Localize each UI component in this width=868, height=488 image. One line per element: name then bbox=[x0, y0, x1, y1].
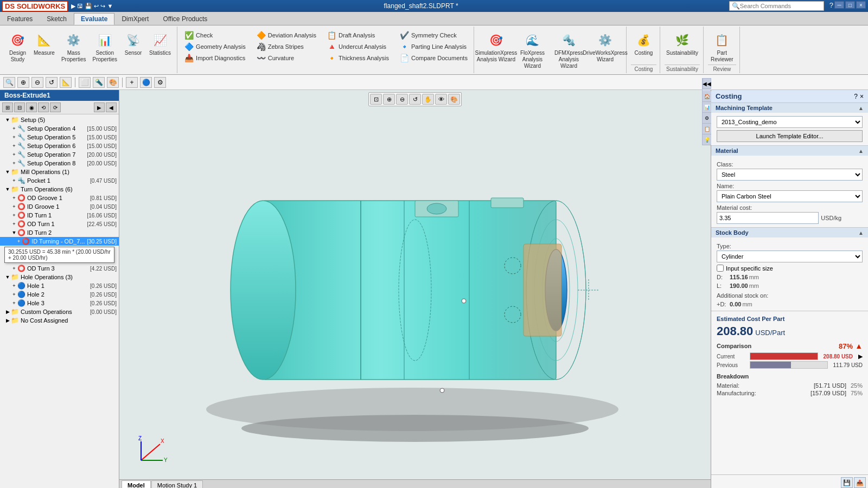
panel-icon-3[interactable]: ⚙ bbox=[711, 113, 711, 124]
parting-line-button[interactable]: 🔹 Parting Line Analysis bbox=[397, 41, 470, 52]
undercut-analysis-button[interactable]: 🔺 Undercut Analysis bbox=[324, 41, 392, 52]
cmd-btn-6[interactable]: ⬜ bbox=[79, 77, 91, 88]
tree-hole-3[interactable]: + 🔵 Hole 3 [0.26 USD] bbox=[0, 299, 119, 307]
tree-od-groove-1[interactable]: + ⭕ OD Groove 1 [0.81 USD] bbox=[0, 194, 119, 202]
cmd-btn-9[interactable]: + bbox=[126, 77, 138, 88]
left-toolbar-btn-1[interactable]: ⊞ bbox=[2, 102, 13, 112]
help-button[interactable]: ? bbox=[829, 1, 833, 11]
tree-setup-op-4[interactable]: + 🔧 Setup Operation 4 [15.00 USD] bbox=[0, 124, 119, 133]
tree-hole-2[interactable]: + 🔵 Hole 2 [0.26 USD] bbox=[0, 290, 119, 299]
cmd-btn-3[interactable]: ⊖ bbox=[31, 77, 43, 88]
tree-od-turn-3[interactable]: + ⭕ OD Turn 3 [4.22 USD] bbox=[0, 264, 119, 273]
cmd-btn-11[interactable]: ⚙ bbox=[154, 77, 166, 88]
cmd-btn-4[interactable]: ↺ bbox=[46, 77, 58, 88]
left-toolbar-expand[interactable]: ▶ bbox=[94, 102, 105, 112]
left-toolbar-collapse[interactable]: ◀ bbox=[106, 102, 117, 112]
template-select[interactable]: 2013_Costing_demo bbox=[717, 116, 863, 128]
close-panel-icon[interactable]: × bbox=[860, 93, 864, 100]
stock-body-collapse[interactable]: ▲ bbox=[858, 230, 864, 236]
mill-expander[interactable]: ▼ bbox=[4, 169, 11, 175]
type-select[interactable]: Cylinder bbox=[717, 251, 863, 262]
tree-setup-op-5[interactable]: + 🔧 Setup Operation 5 [15.00 USD] bbox=[0, 133, 119, 142]
tree-hole-group[interactable]: ▼ 📁 Hole Operations (3) bbox=[0, 273, 119, 281]
tree-setup-op-6[interactable]: + 🔧 Setup Operation 6 [15.00 USD] bbox=[0, 142, 119, 150]
save-report-button[interactable]: 💾 bbox=[841, 477, 853, 488]
tree-id-turning-selected[interactable]: + ⭕ ID Turning - OD_7... [30.25 USD] bbox=[0, 237, 119, 246]
import-diagnostics-button[interactable]: 📥 Import Diagnostics bbox=[182, 53, 248, 63]
curvature-button[interactable]: 〰️ Curvature bbox=[254, 53, 319, 63]
tree-setup-group[interactable]: ▼ 📁 Setup (5) bbox=[0, 115, 119, 124]
panel-icon-1[interactable]: 🏠 bbox=[711, 91, 711, 102]
simulationxpress-button[interactable]: 🎯 SimulationXpressAnalysis Wizard bbox=[478, 30, 514, 65]
material-header[interactable]: Material ▲ bbox=[711, 146, 868, 156]
tab-office-products[interactable]: Office Products bbox=[156, 13, 214, 25]
handle-1[interactable] bbox=[462, 299, 466, 303]
tab-sketch[interactable]: Sketch bbox=[40, 13, 74, 25]
tab-motion-study[interactable]: Motion Study 1 bbox=[151, 480, 203, 488]
cmd-btn-8[interactable]: 🎨 bbox=[107, 77, 119, 88]
tab-dimxpert[interactable]: DimXpert bbox=[114, 13, 156, 25]
window-controls[interactable]: 🔍 ? ─ □ × bbox=[729, 1, 866, 11]
tree-setup-op-8[interactable]: + 🔧 Setup Operation 8 [20.00 USD] bbox=[0, 159, 119, 168]
tree-setup-op-7[interactable]: + 🔧 Setup Operation 7 [20.00 USD] bbox=[0, 150, 119, 159]
material-cost-input[interactable] bbox=[717, 212, 819, 224]
tree-id-turn-2[interactable]: ▼ ⭕ ID Turn 2 bbox=[0, 228, 119, 237]
draft-analysis-button[interactable]: 📋 Draft Analysis bbox=[324, 30, 392, 41]
tree-pocket-1[interactable]: + 🔩 Pocket 1 [0.47 USD] bbox=[0, 176, 119, 185]
deviation-analysis-button[interactable]: 🔶 Deviation Analysis bbox=[254, 30, 319, 41]
maximize-button[interactable]: □ bbox=[845, 1, 855, 9]
class-select[interactable]: Steel bbox=[717, 169, 863, 181]
stock-body-header[interactable]: Stock Body ▲ bbox=[711, 228, 868, 237]
tab-features[interactable]: Features bbox=[0, 13, 40, 25]
cmd-btn-1[interactable]: 🔍 bbox=[3, 77, 15, 88]
left-toolbar-btn-5[interactable]: ⟳ bbox=[50, 102, 61, 112]
mass-properties-button[interactable]: ⚙️ MassProperties bbox=[59, 30, 89, 65]
panel-icon-5[interactable]: 💡 bbox=[711, 134, 711, 145]
section-properties-button[interactable]: 📊 SectionProperties bbox=[90, 30, 120, 65]
tree-od-turn-1[interactable]: + ⭕ OD Turn 1 [22.45 USD] bbox=[0, 220, 119, 228]
machining-template-collapse[interactable]: ▲ bbox=[858, 105, 864, 111]
cmd-btn-7[interactable]: 🔦 bbox=[93, 77, 105, 88]
tree-turn-group[interactable]: ▼ 📁 Turn Operations (6) bbox=[0, 185, 119, 194]
material-name-select[interactable]: Plain Carbon Steel bbox=[717, 190, 863, 202]
zebra-stripes-button[interactable]: 🦓 Zebra Stripes bbox=[254, 41, 319, 52]
hole-expander[interactable]: ▼ bbox=[4, 274, 11, 280]
search-commands-input[interactable] bbox=[740, 3, 821, 9]
driveworksxpress-button[interactable]: ⚙️ DriveWorksXpressWizard bbox=[588, 30, 623, 65]
left-toolbar-btn-4[interactable]: ⟲ bbox=[38, 102, 49, 112]
tree-custom-ops[interactable]: ▶ 📁 Custom Operations [0.00 USD] bbox=[0, 307, 119, 316]
cmd-btn-5[interactable]: 📐 bbox=[60, 77, 72, 88]
input-specific-size-checkbox[interactable] bbox=[717, 265, 724, 272]
help-icon[interactable]: ? bbox=[854, 93, 858, 100]
costing-button[interactable]: 💰 Costing bbox=[631, 30, 656, 58]
tree-id-turn-1[interactable]: + ⭕ ID Turn 1 [16.06 USD] bbox=[0, 211, 119, 220]
check-button[interactable]: ✅ Check bbox=[182, 30, 248, 41]
tree-no-cost[interactable]: ▶ 📁 No Cost Assigned bbox=[0, 316, 119, 325]
turn-expander[interactable]: ▼ bbox=[4, 187, 11, 192]
close-button[interactable]: × bbox=[856, 1, 866, 9]
design-study-button[interactable]: 🎯 DesignStudy bbox=[5, 30, 30, 65]
search-commands-box[interactable]: 🔍 bbox=[729, 1, 824, 11]
tab-evaluate[interactable]: Evaluate bbox=[74, 13, 114, 25]
export-button[interactable]: 📤 bbox=[854, 477, 866, 488]
left-toolbar-btn-2[interactable]: ⊟ bbox=[14, 102, 25, 112]
symmetry-check-button[interactable]: ✔️ Symmetry Check bbox=[397, 30, 470, 41]
tree-hole-1[interactable]: + 🔵 Hole 1 [0.26 USD] bbox=[0, 281, 119, 290]
current-expand-icon[interactable]: ▶ bbox=[858, 353, 863, 360]
thickness-analysis-button[interactable]: 🔸 Thickness Analysis bbox=[324, 53, 392, 63]
machining-template-header[interactable]: Machining Template ▲ bbox=[711, 103, 868, 113]
launch-template-button[interactable]: Launch Template Editor... bbox=[717, 130, 863, 142]
cmd-btn-10[interactable]: 🔵 bbox=[140, 77, 152, 88]
setup-expander[interactable]: ▼ bbox=[4, 117, 11, 123]
panel-icon-4[interactable]: 📋 bbox=[711, 124, 711, 134]
material-collapse[interactable]: ▲ bbox=[858, 148, 864, 154]
statistics-button[interactable]: 📈 Statistics bbox=[146, 30, 174, 58]
id-turn2-expander[interactable]: ▼ bbox=[11, 230, 17, 235]
left-toolbar-btn-3[interactable]: ◉ bbox=[26, 102, 37, 112]
sustainability-button[interactable]: 🌿 Sustainability bbox=[665, 30, 700, 58]
compare-docs-button[interactable]: 📄 Compare Documents bbox=[397, 53, 470, 63]
part-reviewer-button[interactable]: 📋 PartReviewer bbox=[708, 30, 736, 65]
geometry-analysis-button[interactable]: 🔷 Geometry Analysis bbox=[182, 41, 248, 52]
dfmxpress-button[interactable]: 🔩 DFMXpressAnalysis Wizard bbox=[551, 30, 586, 71]
tab-model[interactable]: Model bbox=[122, 480, 151, 488]
